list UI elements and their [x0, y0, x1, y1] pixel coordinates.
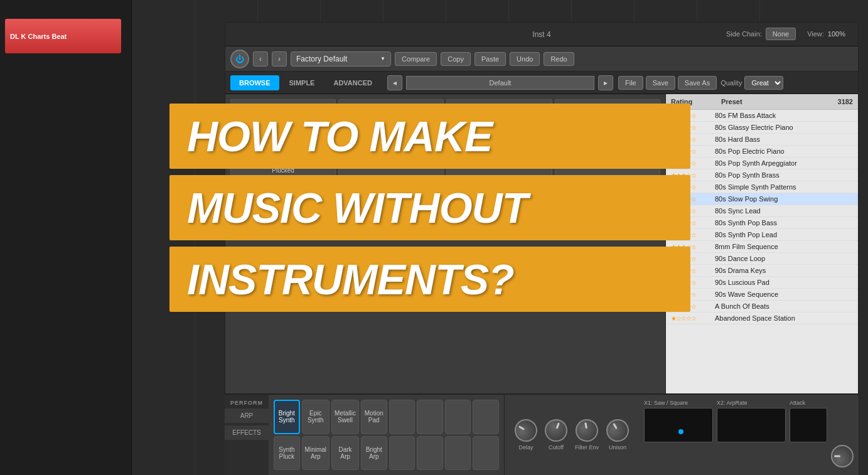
preset-item-name: 8mm Film Sequence: [715, 243, 853, 250]
list-item-highlighted[interactable]: ★★★☆☆80s Slow Pop Swing: [666, 193, 858, 205]
star-rating: ★☆☆☆☆: [671, 267, 715, 274]
list-item[interactable]: ★★★☆☆80s Pop Synth Arpeggiator: [666, 157, 858, 169]
pad-bright-arp[interactable]: Bright Arp: [361, 436, 387, 471]
pad-minimal-arp[interactable]: Minimal Arp: [302, 436, 330, 471]
x-displays-section: X1: Saw / Square X2: ArpRate Attack: [639, 395, 859, 475]
pad-bright-synth[interactable]: Bright Synth: [274, 400, 300, 434]
arp-button[interactable]: ARP: [225, 408, 269, 423]
star-rating: ★★★☆☆: [671, 208, 715, 215]
category-empty9: [555, 182, 660, 200]
pad-empty6: [417, 436, 443, 471]
pad-metallic-swell[interactable]: Metallic Swell: [331, 400, 359, 434]
category-electronica[interactable]: Electronica: [338, 99, 444, 117]
track-clip[interactable]: DL K Charts Beat: [5, 19, 121, 53]
filter-env-knob[interactable]: [574, 417, 600, 444]
preset-item-name: A Bunch Of Beats: [715, 302, 853, 310]
cutoff-knob[interactable]: [542, 416, 571, 445]
pad-empty2: [417, 400, 443, 434]
file-button[interactable]: File: [618, 76, 643, 90]
category-empty1: [555, 99, 660, 117]
star-rating: ★☆☆☆☆: [671, 291, 715, 298]
category-trance[interactable]: Trance: [338, 141, 444, 159]
instrument-toolbar: ⏻ ‹ › Factory Default ▼ Compare Copy Pas…: [225, 46, 858, 72]
star-rating: ★★☆☆☆: [671, 112, 715, 119]
list-item[interactable]: ★★★☆☆80s Pop Synth Brass: [666, 169, 858, 181]
knob-delay-control: Delay: [515, 419, 537, 451]
list-item[interactable]: ★★★☆☆90s Dance Loop: [666, 253, 858, 265]
category-drums[interactable]: Drums: [230, 99, 336, 117]
preset-item-name: 80s FM Bass Attack: [715, 112, 853, 119]
preset-item-name: 80s Synth Pop Bass: [715, 219, 853, 227]
attack-screen: [790, 408, 827, 442]
tab-simple[interactable]: SIMPLE: [281, 75, 324, 90]
pad-empty7: [445, 436, 471, 471]
category-urban[interactable]: Urban: [338, 120, 444, 138]
attack-display: Attack: [790, 400, 827, 470]
list-item[interactable]: ★★☆☆☆80s FM Bass Attack: [666, 110, 858, 122]
preset-item-name: 80s Hard Bass: [715, 136, 853, 143]
browse-nav-prev[interactable]: ◂: [387, 75, 402, 90]
preset-item-name: 80s Pop Synth Brass: [715, 171, 853, 179]
list-item[interactable]: ★☆☆☆☆90s Luscious Pad: [666, 277, 858, 289]
unison-knob[interactable]: [602, 415, 633, 446]
prev-preset-button[interactable]: ‹: [253, 51, 268, 67]
save-button[interactable]: Save: [646, 76, 675, 90]
pad-motion-pad[interactable]: Motion Pad: [361, 400, 387, 434]
perform-label: PERFORM: [230, 400, 263, 406]
list-item[interactable]: ★★★☆☆80s Pop Electric Piano: [666, 146, 858, 157]
list-item[interactable]: ★☆☆☆☆90s Wave Sequence: [666, 289, 858, 301]
x2-screen: [717, 408, 786, 442]
category-guitar[interactable]: Guitar: [230, 120, 336, 138]
star-rating: ★★★☆☆: [671, 124, 715, 131]
category-sfx[interactable]: Sound Effects: [230, 141, 336, 159]
delay-knob-label: Delay: [518, 444, 533, 451]
delay-knob[interactable]: [510, 415, 541, 446]
save-as-button[interactable]: Save As: [678, 76, 717, 90]
cutoff-knob-label: Cutoff: [549, 444, 564, 451]
side-chain-none-button[interactable]: None: [766, 28, 796, 40]
x1-display: X1: Saw / Square: [644, 400, 713, 470]
list-item[interactable]: ★☆☆☆☆Abandoned Space Station: [666, 312, 858, 324]
quality-label: Quality: [721, 79, 742, 87]
list-item[interactable]: ★★★☆☆80s Synth Pop Lead: [666, 229, 858, 241]
copy-button[interactable]: Copy: [441, 52, 471, 66]
list-item[interactable]: ★★★☆☆80s Glassy Electric Piano: [666, 122, 858, 134]
effects-button[interactable]: EFFECTS: [225, 425, 269, 440]
paste-button[interactable]: Paste: [474, 52, 506, 66]
pad-empty5: [389, 436, 415, 471]
pad-empty3: [445, 400, 471, 434]
unison-knob-label: Unison: [609, 444, 626, 451]
list-item[interactable]: ★★★☆☆80s Simple Synth Patterns: [666, 181, 858, 193]
star-rating: ★★★☆☆: [671, 136, 715, 143]
preset-dropdown[interactable]: Factory Default ▼: [291, 51, 391, 67]
category-cold[interactable]: Cold: [446, 141, 552, 159]
star-rating: ★★★☆☆: [671, 196, 715, 203]
attack-knob[interactable]: [831, 445, 854, 467]
undo-button[interactable]: Undo: [510, 52, 540, 66]
star-rating: ★★★☆☆: [671, 172, 715, 179]
quality-select[interactable]: Great Good Best: [744, 76, 783, 90]
preset-item-name: 80s Glassy Electric Piano: [715, 124, 853, 131]
preset-column-header: Preset: [721, 98, 822, 105]
list-item[interactable]: ★☆☆☆☆90s Drama Keys: [666, 265, 858, 277]
pad-dark-arp[interactable]: Dark Arp: [331, 436, 359, 471]
category-staccato[interactable]: Staccato: [230, 182, 336, 200]
category-empty3: [555, 141, 660, 159]
list-item[interactable]: ★★★☆☆8mm Film Sequence: [666, 241, 858, 253]
category-phat[interactable]: Phat: [446, 99, 552, 117]
list-item[interactable]: ★★★☆☆80s Synth Pop Bass: [666, 217, 858, 229]
redo-button[interactable]: Redo: [544, 52, 574, 66]
tab-advanced[interactable]: ADVANCED: [324, 75, 381, 90]
power-button[interactable]: ⏻: [230, 50, 249, 68]
list-item[interactable]: ★☆☆☆☆A Bunch Of Beats: [666, 301, 858, 312]
list-item[interactable]: ★★★☆☆80s Hard Bass: [666, 134, 858, 146]
compare-button[interactable]: Compare: [395, 52, 437, 66]
list-item[interactable]: ★★★☆☆80s Sync Lead: [666, 205, 858, 217]
category-plucked[interactable]: Plucked: [230, 161, 336, 179]
next-preset-button[interactable]: ›: [272, 51, 287, 67]
browse-nav-next[interactable]: ▸: [598, 75, 613, 90]
pad-synth-pluck[interactable]: Synth Pluck: [274, 436, 300, 471]
tab-browse[interactable]: BROWSE: [230, 75, 279, 90]
pad-epic-synth[interactable]: Epic Synth: [302, 400, 330, 434]
category-alien[interactable]: Alien: [446, 120, 552, 138]
